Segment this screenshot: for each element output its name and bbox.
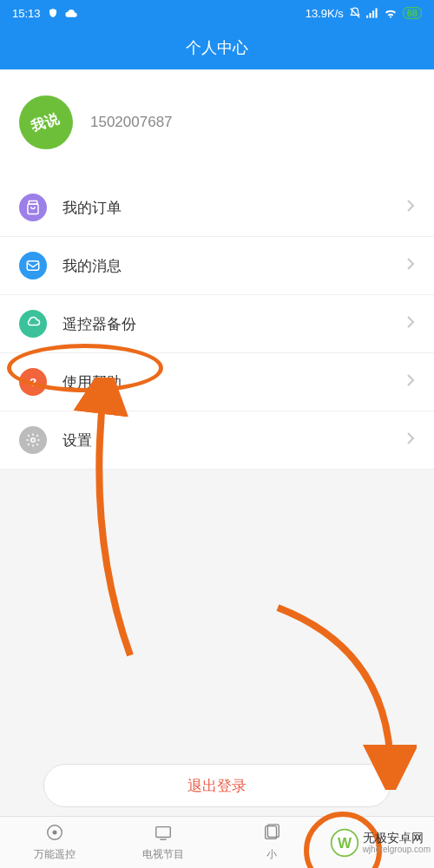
svg-point-9 xyxy=(53,831,56,834)
cloud-status-icon xyxy=(65,9,77,17)
menu-item-settings[interactable]: 设置 xyxy=(0,411,434,470)
watermark: W 无极安卓网 wjhotelgroup.com xyxy=(330,828,431,858)
svg-rect-0 xyxy=(366,16,368,18)
mute-icon xyxy=(349,7,361,19)
chevron-right-icon xyxy=(406,257,415,274)
watermark-en: wjhotelgroup.com xyxy=(363,845,431,854)
menu-item-messages[interactable]: 我的消息 xyxy=(0,237,434,295)
menu-label: 我的订单 xyxy=(62,198,391,218)
menu-label: 我的消息 xyxy=(62,256,391,276)
avatar-text: 我说 xyxy=(30,109,63,135)
tv-icon xyxy=(154,823,173,845)
wifi-icon xyxy=(384,8,398,18)
chevron-right-icon xyxy=(406,431,415,449)
shield-icon xyxy=(48,8,58,18)
watermark-logo-icon: W xyxy=(330,828,359,858)
signal-icon xyxy=(366,8,378,18)
message-icon xyxy=(19,252,47,279)
card-icon xyxy=(262,823,281,845)
status-bar: 15:13 13.9K/s 68 xyxy=(0,0,434,26)
settings-icon xyxy=(19,426,47,454)
svg-rect-1 xyxy=(369,13,371,18)
menu-label: 使用帮助 xyxy=(62,372,391,392)
avatar[interactable]: 我说 xyxy=(19,95,73,149)
svg-text:W: W xyxy=(338,835,352,852)
orders-icon xyxy=(19,194,47,221)
status-speed: 13.9K/s xyxy=(306,7,344,20)
chevron-right-icon xyxy=(406,315,415,332)
menu-item-help[interactable]: ? 使用帮助 xyxy=(0,353,434,411)
logout-button[interactable]: 退出登录 xyxy=(43,764,391,807)
page-header: 个人中心 xyxy=(0,26,434,69)
help-icon: ? xyxy=(19,368,47,396)
menu-list: 我的订单 我的消息 遥控器备份 ? xyxy=(0,179,434,470)
remote-icon xyxy=(45,823,64,845)
battery-indicator: 68 xyxy=(403,7,422,19)
tab-remote[interactable]: 万能遥控 xyxy=(0,817,108,868)
menu-label: 遥控器备份 xyxy=(62,314,391,334)
svg-point-7 xyxy=(31,438,36,443)
watermark-cn: 无极安卓网 xyxy=(363,832,431,845)
svg-rect-10 xyxy=(155,827,170,838)
annotation-arrow-2 xyxy=(260,599,417,790)
tab-label: 小 xyxy=(266,847,277,862)
svg-rect-3 xyxy=(375,8,377,17)
svg-text:?: ? xyxy=(30,376,36,389)
page-title: 个人中心 xyxy=(186,37,248,58)
menu-item-backup[interactable]: 遥控器备份 xyxy=(0,295,434,353)
svg-rect-2 xyxy=(372,10,374,17)
cloud-icon xyxy=(19,310,47,338)
menu-item-orders[interactable]: 我的订单 xyxy=(0,179,434,237)
tab-label: 电视节目 xyxy=(142,847,184,862)
status-time: 15:13 xyxy=(12,7,41,20)
user-id: 1502007687 xyxy=(90,114,173,131)
tab-label: 万能遥控 xyxy=(34,847,76,862)
svg-rect-5 xyxy=(27,261,39,271)
profile-section[interactable]: 我说 1502007687 xyxy=(0,69,434,179)
chevron-right-icon xyxy=(406,373,415,391)
chevron-right-icon xyxy=(406,199,415,216)
tab-tv[interactable]: 电视节目 xyxy=(108,817,217,868)
menu-label: 设置 xyxy=(62,431,391,450)
tab-third[interactable]: 小 xyxy=(217,817,326,868)
